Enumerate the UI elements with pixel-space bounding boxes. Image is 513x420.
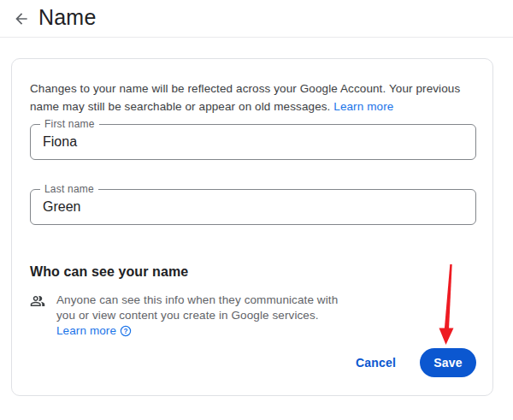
visibility-learn-more-link[interactable]: Learn more [56, 323, 116, 339]
last-name-label: Last name [40, 183, 98, 195]
action-buttons: Cancel Save [356, 348, 476, 377]
description-text: Changes to your name will be reflected a… [30, 80, 473, 115]
cancel-button[interactable]: Cancel [356, 356, 396, 370]
first-name-field: First name [30, 124, 476, 160]
description-body: Changes to your name will be reflected a… [30, 82, 460, 113]
visibility-info-row: Anyone can see this info when they commu… [30, 293, 467, 339]
last-name-field: Last name [30, 189, 476, 225]
people-icon [30, 293, 45, 309]
page-header: Name [0, 0, 513, 38]
first-name-input[interactable] [31, 125, 475, 159]
first-name-label: First name [40, 118, 99, 130]
page-title: Name [38, 7, 97, 31]
back-button[interactable] [10, 8, 32, 30]
description-learn-more-link[interactable]: Learn more [333, 100, 393, 113]
back-arrow-icon [13, 10, 30, 27]
save-button[interactable]: Save [420, 348, 476, 377]
name-settings-card: Changes to your name will be reflected a… [11, 58, 493, 396]
svg-text:?: ? [123, 328, 127, 335]
visibility-heading: Who can see your name [30, 264, 467, 280]
visibility-text: Anyone can see this info when they commu… [56, 293, 338, 322]
visibility-text-block: Anyone can see this info when they commu… [56, 293, 344, 339]
last-name-input[interactable] [31, 190, 475, 224]
help-icon[interactable]: ? [120, 325, 132, 337]
